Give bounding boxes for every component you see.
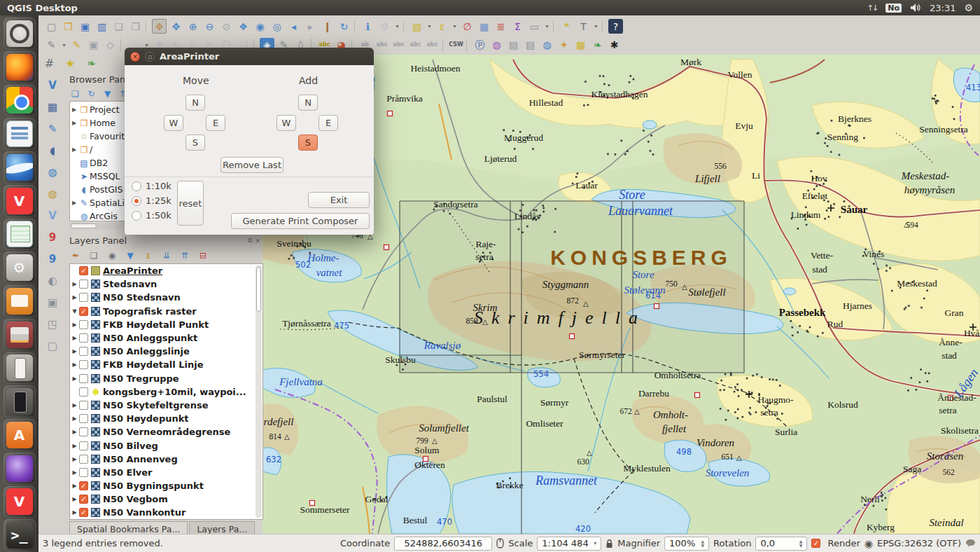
expander-icon[interactable]: ▶: [70, 120, 78, 126]
zoom-last-icon[interactable]: ◂: [286, 19, 301, 34]
radio-icon[interactable]: [132, 181, 141, 191]
expander-icon[interactable]: ▶: [70, 496, 79, 502]
tile-grid-icon[interactable]: ▦: [573, 38, 588, 53]
new-project-icon[interactable]: ▢: [44, 19, 59, 34]
expander-icon[interactable]: ▶: [70, 348, 79, 354]
layer-visibility-checkbox[interactable]: ✓: [79, 266, 88, 275]
add-vector-layer-icon[interactable]: V: [46, 78, 60, 93]
mouse-coordinate-icon[interactable]: [496, 538, 504, 548]
expander-icon[interactable]: ▶: [70, 200, 78, 206]
dialog-titlebar[interactable]: ✕ ▫ AreaPrinter: [125, 48, 374, 65]
expander-icon[interactable]: ▶: [70, 335, 79, 341]
coordinate-input[interactable]: 524882,6603416: [394, 537, 492, 551]
layer-item-kongsberg+10mil-waypoi-[interactable]: kongsberg+10mil, waypoi...: [70, 385, 262, 399]
zoom-full-icon[interactable]: ❖: [236, 19, 251, 34]
layers-vscrollbar[interactable]: [255, 265, 262, 518]
expander-icon[interactable]: ▶: [70, 322, 79, 328]
new-bookmark-icon[interactable]: ❙: [320, 19, 335, 34]
browser-item--[interactable]: ▶❐/: [70, 143, 133, 156]
layer-item-fkb-høydetall-linje[interactable]: ▶FKB Høydetall Linje: [70, 358, 262, 371]
scale-combobox[interactable]: 1:104 484▾: [537, 537, 601, 551]
layer-item-n50-skytefeltgrense[interactable]: ▶N50 Skytefeltgrense: [70, 399, 262, 412]
zoom-next-icon[interactable]: ▸: [303, 19, 318, 34]
move-n-button[interactable]: N: [186, 95, 205, 111]
panel-close-icon[interactable]: ✕: [255, 237, 260, 244]
expander-icon[interactable]: ▼: [70, 308, 79, 315]
add-selected-layer-icon[interactable]: ❏: [69, 88, 81, 99]
print-atlas-icon[interactable]: ▤: [523, 38, 538, 53]
refresh-map-icon[interactable]: ↻: [337, 19, 351, 34]
libreoffice-writer-icon[interactable]: [4, 118, 36, 150]
csw-search-icon[interactable]: CSW: [449, 38, 463, 53]
label-properties-icon[interactable]: abc: [425, 38, 440, 53]
statistics-icon[interactable]: ≣: [493, 19, 508, 34]
map-navigation-icon[interactable]: ◐: [46, 274, 60, 289]
advanced-digitizing-icon[interactable]: ◳: [46, 317, 60, 332]
browser-item-arcgis[interactable]: ◍ArcGis: [70, 209, 133, 221]
dropdown-arrow-icon[interactable]: ▾: [394, 23, 400, 29]
sum-features-icon[interactable]: Σ: [510, 19, 525, 34]
layer-visibility-checkbox[interactable]: [79, 401, 88, 410]
magnifier-input[interactable]: 100%▲▼: [664, 537, 709, 551]
move-e-button[interactable]: E: [206, 115, 225, 131]
radio-icon[interactable]: [132, 196, 141, 206]
layer-visibility-checkbox[interactable]: [79, 360, 88, 369]
select-features-icon[interactable]: ▧: [410, 19, 424, 34]
layer-item-n50-vegbom[interactable]: ▶✓N50 Vegbom: [70, 492, 262, 506]
filter-legend-icon[interactable]: ▼: [124, 249, 136, 262]
expander-icon[interactable]: ▶: [70, 469, 79, 476]
save-project-as-icon[interactable]: ▥: [94, 19, 109, 34]
expander-icon[interactable]: ▶: [70, 106, 78, 113]
new-print-composer-icon[interactable]: ❏: [111, 19, 126, 34]
expander-icon[interactable]: ▶: [70, 415, 79, 422]
zoom-native-icon[interactable]: ⊙: [219, 19, 234, 34]
layer-item-n50-elver[interactable]: ▶N50 Elver: [70, 466, 262, 479]
dropdown-arrow-icon[interactable]: ▾: [61, 42, 67, 48]
attribute-table-icon[interactable]: ▦: [477, 19, 491, 34]
expand-all-icon[interactable]: ⇊: [160, 249, 173, 262]
crs-status[interactable]: EPSG:32632 (OTF): [877, 538, 961, 548]
exit-button[interactable]: Exit: [308, 192, 370, 208]
dropdown-arrow-icon[interactable]: ▾: [426, 23, 433, 29]
layer-item-n50-bilveg[interactable]: ▶N50 Bilveg: [70, 439, 262, 452]
layer-visibility-checkbox[interactable]: [79, 387, 88, 396]
composer-manager-icon[interactable]: ❒: [128, 19, 143, 34]
expander-icon[interactable]: ▶: [70, 294, 79, 301]
terminal-icon[interactable]: >_: [4, 519, 36, 551]
file-manager-icon[interactable]: [4, 285, 36, 317]
add-wfs-layer-icon[interactable]: V: [46, 209, 60, 223]
touch-zoom-icon[interactable]: ▣: [46, 296, 60, 310]
remove-layer-icon[interactable]: ⊟: [197, 249, 209, 262]
manage-visibility-icon[interactable]: ◉: [106, 249, 118, 262]
scale-lock-icon[interactable]: [606, 539, 613, 548]
chrome-icon[interactable]: [4, 85, 36, 117]
crs-icon[interactable]: ◉: [864, 538, 873, 549]
expander-icon[interactable]: ▶: [70, 509, 79, 516]
python-console-icon[interactable]: Ⓟ: [472, 38, 487, 53]
plugin-installer-icon[interactable]: ◍: [489, 38, 504, 53]
add-postgis-layer-icon[interactable]: ◖: [46, 144, 60, 158]
layer-visibility-checkbox[interactable]: ✓: [79, 481, 88, 490]
scale-radio-1-10k[interactable]: 1:10k: [132, 181, 172, 191]
expander-icon[interactable]: ▶: [70, 281, 79, 287]
select-by-expression-icon[interactable]: ε: [435, 19, 449, 34]
expander-icon[interactable]: ▶: [70, 429, 79, 435]
layer-visibility-checkbox[interactable]: [79, 280, 88, 289]
measure-icon[interactable]: ▭: [527, 19, 542, 34]
add-w-button[interactable]: W: [276, 115, 296, 131]
system-settings-icon[interactable]: ⚙: [4, 251, 36, 284]
print-icon[interactable]: ▤: [506, 38, 521, 53]
layer-item-n50-anleggslinje[interactable]: ▶N50 Anleggslinje: [70, 345, 262, 358]
expander-icon[interactable]: ▶: [70, 402, 79, 408]
deselect-features-icon[interactable]: ∅: [460, 19, 475, 34]
label-move-icon[interactable]: abc: [391, 38, 406, 53]
layer-visibility-checkbox[interactable]: [79, 320, 88, 329]
software-center-icon[interactable]: A: [4, 419, 36, 451]
refresh-browser-icon[interactable]: ↻: [85, 88, 97, 99]
zoom-to-selection-icon[interactable]: ◉: [253, 19, 267, 34]
move-w-button[interactable]: W: [164, 115, 183, 131]
run-feature-action-icon[interactable]: ⚙: [377, 19, 392, 34]
favorites-star-icon[interactable]: ★: [63, 56, 78, 71]
render-checkbox[interactable]: ✓: [811, 539, 820, 548]
add-raster-layer-icon[interactable]: ▦: [46, 100, 60, 115]
